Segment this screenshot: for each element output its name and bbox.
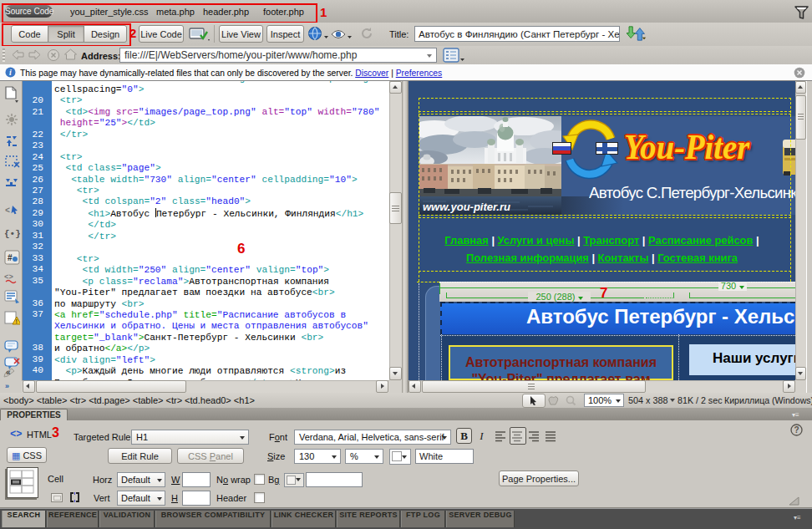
svg-text:<: < (5, 206, 10, 216)
svg-text:#: # (8, 253, 13, 262)
svg-text:i: i (9, 68, 12, 77)
svg-text:!: ! (16, 318, 18, 324)
svg-text:{•}: {•} (4, 229, 20, 239)
svg-text:?: ? (794, 425, 799, 435)
